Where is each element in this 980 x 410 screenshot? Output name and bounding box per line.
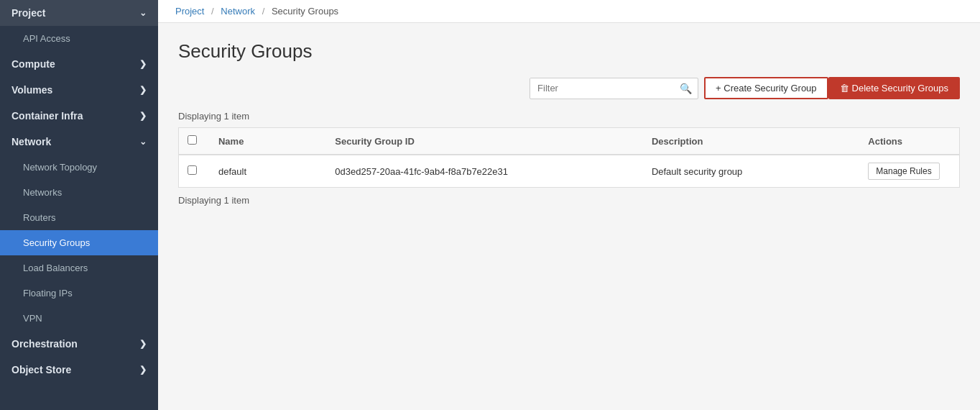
breadcrumb-project[interactable]: Project (175, 6, 204, 17)
sidebar-item-volumes[interactable]: Volumes ❯ (0, 77, 158, 103)
chevron-right-icon: ❯ (139, 339, 147, 349)
select-all-checkbox[interactable] (188, 135, 197, 145)
row-checkbox-cell (179, 155, 210, 188)
displaying-count-top: Displaying 1 item (178, 111, 960, 122)
filter-input[interactable] (530, 78, 674, 98)
sidebar-item-routers[interactable]: Routers (0, 205, 158, 230)
chevron-right-icon: ❯ (139, 85, 147, 95)
content-area: Security Groups 🔍 + Create Security Grou… (158, 23, 980, 410)
col-header-checkbox (179, 128, 210, 155)
table-header-row: Name Security Group ID Description Actio… (179, 128, 960, 155)
toolbar: 🔍 + Create Security Group 🗑Delete Securi… (178, 77, 960, 99)
search-icon: 🔍 (674, 78, 698, 99)
main-content: Project / Network / Security Groups Secu… (158, 0, 980, 410)
breadcrumb: Project / Network / Security Groups (158, 0, 980, 23)
row-actions: Manage Rules (859, 155, 959, 188)
manage-rules-button[interactable]: Manage Rules (868, 163, 939, 180)
displaying-count-bottom: Displaying 1 item (178, 195, 960, 206)
delete-security-groups-button[interactable]: 🗑Delete Security Groups (828, 77, 960, 99)
chevron-down-icon: ⌄ (139, 8, 147, 18)
sidebar-project-label: Project (11, 7, 45, 19)
sidebar-item-security-groups[interactable]: Security Groups (0, 230, 158, 255)
chevron-down-icon: ⌄ (139, 137, 147, 147)
row-name: default (210, 155, 326, 188)
sidebar-item-network-topology[interactable]: Network Topology (0, 155, 158, 180)
breadcrumb-current: Security Groups (272, 6, 338, 17)
sidebar-item-vpn[interactable]: VPN (0, 306, 158, 331)
sidebar: Project ⌄ API Access Compute ❯ Volumes ❯… (0, 0, 158, 410)
sidebar-item-load-balancers[interactable]: Load Balancers (0, 255, 158, 281)
sidebar-item-floating-ips[interactable]: Floating IPs (0, 281, 158, 306)
breadcrumb-network[interactable]: Network (221, 6, 255, 17)
chevron-right-icon: ❯ (139, 111, 147, 121)
sidebar-item-orchestration[interactable]: Orchestration ❯ (0, 331, 158, 357)
trash-icon: 🗑 (840, 83, 849, 94)
sidebar-item-container-infra[interactable]: Container Infra ❯ (0, 103, 158, 129)
breadcrumb-sep-1: / (211, 6, 214, 17)
create-security-group-button[interactable]: + Create Security Group (704, 77, 828, 99)
row-description: Default security group (643, 155, 859, 188)
security-groups-table: Name Security Group ID Description Actio… (178, 127, 960, 188)
breadcrumb-sep-2: / (262, 6, 265, 17)
page-title: Security Groups (178, 40, 960, 63)
sidebar-item-api-access[interactable]: API Access (0, 26, 158, 51)
table-row: default 0d3ed257-20aa-41fc-9ab4-f8a7b7e2… (179, 155, 960, 188)
row-id: 0d3ed257-20aa-41fc-9ab4-f8a7b7e22e31 (326, 155, 643, 188)
chevron-right-icon: ❯ (139, 59, 147, 69)
col-header-description: Description (643, 128, 859, 155)
filter-wrap: 🔍 (530, 78, 698, 99)
sidebar-item-networks[interactable]: Networks (0, 180, 158, 205)
chevron-right-icon: ❯ (139, 365, 147, 375)
sidebar-item-compute[interactable]: Compute ❯ (0, 51, 158, 77)
col-header-actions: Actions (859, 128, 959, 155)
col-header-id: Security Group ID (326, 128, 643, 155)
sidebar-item-object-store[interactable]: Object Store ❯ (0, 357, 158, 383)
row-checkbox[interactable] (188, 165, 197, 175)
sidebar-item-network[interactable]: Network ⌄ (0, 129, 158, 155)
col-header-name: Name (210, 128, 326, 155)
sidebar-project[interactable]: Project ⌄ (0, 0, 158, 26)
